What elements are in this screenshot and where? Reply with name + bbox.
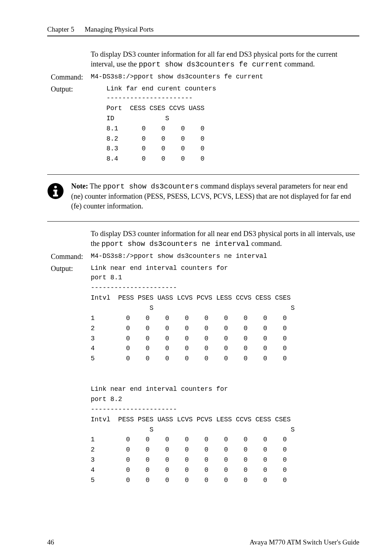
output-row-1: Output: Link far end curent counters	[51, 85, 359, 93]
info-icon	[47, 183, 64, 199]
command-label: Command:	[51, 73, 91, 81]
running-head: Chapter 5 Managing Physical Ports	[47, 25, 359, 36]
output-block-1: ---------------------- Port CESS CSES CC…	[91, 93, 359, 164]
svg-point-1	[54, 186, 57, 189]
chapter-label: Chapter 5	[47, 25, 74, 33]
page-number: 46	[47, 538, 54, 546]
output-label: Output:	[51, 264, 91, 273]
note: Note: The pport show ds3counters command…	[47, 181, 359, 211]
note-bold: Note:	[71, 182, 88, 190]
paragraph-ne-intro: To display DS3 counter information for a…	[91, 229, 359, 249]
chapter-title: Managing Physical Ports	[85, 25, 154, 33]
divider	[47, 221, 359, 222]
text: command.	[282, 60, 315, 68]
book-title: Avaya M770 ATM Switch User's Guide	[250, 538, 359, 546]
inline-code: pport show ds3counters fe current	[139, 60, 282, 69]
command-row-1: Command: M4-DS3s8:/>pport show ds3counte…	[51, 73, 359, 81]
paragraph-fe-intro: To display DS3 counter information for a…	[91, 49, 359, 69]
output-block-2: port 8.1 ---------------------- Intvl PE…	[91, 273, 359, 486]
command-text: M4-DS3s8:/>pport show ds3counters ne int…	[91, 252, 267, 260]
text: command.	[250, 239, 282, 247]
inline-code: pport show ds3counters	[103, 182, 199, 191]
footer: 46 Avaya M770 ATM Switch User's Guide	[47, 538, 359, 546]
inline-code: pport show ds3counters ne interval	[101, 240, 249, 248]
output-first-line: Link far end curent counters	[91, 85, 216, 92]
command-label: Command:	[51, 252, 91, 261]
svg-rect-4	[53, 195, 58, 197]
output-label: Output:	[51, 85, 91, 93]
command-row-2: Command: M4-DS3s8:/>pport show ds3counte…	[51, 252, 359, 261]
output-row-2: Output: Link near end interval counters …	[51, 264, 359, 273]
divider	[47, 174, 359, 175]
note-text: Note: The pport show ds3counters command…	[71, 181, 359, 211]
page: Chapter 5 Managing Physical Ports To dis…	[0, 0, 392, 555]
command-text: M4-DS3s8:/>pport show ds3counters fe cur…	[91, 73, 263, 80]
output-first-line: Link near end interval counters for	[91, 264, 228, 272]
text: The	[88, 182, 103, 190]
